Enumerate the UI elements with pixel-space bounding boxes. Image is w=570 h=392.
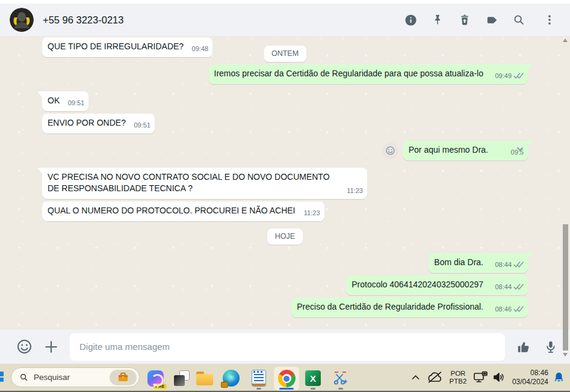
message-text: OK xyxy=(48,96,60,105)
message-out[interactable]: Protocolo 4064142024032500029708:44 xyxy=(346,275,528,295)
message-row: VC PRECISA NO NOVO CONTRATO SOCIAL E DO … xyxy=(0,168,570,199)
message-out[interactable]: Bom dia Dra.08:44 xyxy=(429,253,528,273)
chrome-icon xyxy=(278,370,296,387)
message-time: 09:51 xyxy=(68,97,85,109)
taskbar-excel[interactable]: X xyxy=(301,366,325,390)
menu-kebab-icon[interactable] xyxy=(542,13,557,27)
running-indicator xyxy=(311,388,315,390)
message-text: Por aqui mesmo Dra. xyxy=(409,145,488,155)
message-text: Iremos precisar da Certidão de Regularid… xyxy=(214,69,483,78)
notification-bell-icon[interactable] xyxy=(552,371,565,384)
file-explorer-icon xyxy=(196,372,213,385)
date-divider-row: HOJE xyxy=(0,228,570,245)
message-time: 08:46 xyxy=(495,304,512,315)
hidden-icons-chevron[interactable] xyxy=(410,372,422,384)
message-menu-icon[interactable] xyxy=(515,144,525,154)
delete-icon[interactable] xyxy=(457,13,472,27)
taskbar-notepad[interactable] xyxy=(247,366,271,390)
message-time: 08:44 xyxy=(495,259,512,271)
read-receipt-icon xyxy=(513,284,524,290)
microphone-icon[interactable] xyxy=(542,338,559,355)
avatar[interactable] xyxy=(10,8,34,32)
tray-date: 03/04/2024 xyxy=(512,378,548,387)
system-tray: POR PTB2 08:46 03/04/2024 xyxy=(410,364,570,391)
message-out[interactable]: Preciso da Certidão de Regularidade Prof… xyxy=(291,298,528,317)
scrollbar-down-arrow[interactable] xyxy=(563,353,568,357)
taskbar-chrome-active[interactable] xyxy=(274,367,299,390)
message-meta: 09:51 xyxy=(68,97,85,109)
taskbar-search[interactable]: Pesquisar xyxy=(11,367,140,387)
start-button[interactable] xyxy=(0,372,5,382)
message-row: Iremos precisar da Certidão de Regularid… xyxy=(0,64,570,84)
emoji-icon[interactable] xyxy=(16,338,33,355)
taskbar-file-explorer[interactable] xyxy=(193,366,217,390)
attach-plus-icon[interactable] xyxy=(43,338,60,355)
scrollbar-thumb[interactable] xyxy=(563,224,568,351)
date-divider: HOJE xyxy=(267,228,303,245)
search-icon xyxy=(19,373,28,382)
taskbar-clock[interactable]: 08:46 03/04/2024 xyxy=(512,369,548,387)
message-meta: 08:46 xyxy=(495,304,524,315)
read-receipt-icon xyxy=(513,73,524,79)
briefcase-icon xyxy=(117,372,129,382)
message-time: 11:23 xyxy=(347,185,363,197)
read-receipt-icon xyxy=(513,262,524,268)
message-row: ENVIO POR ONDE?09:51 xyxy=(0,114,570,133)
pin-icon[interactable] xyxy=(430,13,445,27)
language-indicator[interactable]: POR PTB2 xyxy=(446,370,470,385)
screen: +55 96 3223-0213 ONTEM QUE TIPO DE xyxy=(0,0,570,392)
message-row: OK09:51 xyxy=(0,91,570,111)
language-code: POR xyxy=(446,370,470,378)
copilot-pre-badge: PRE xyxy=(153,384,166,389)
message-row: Preciso da Certidão de Regularidade Prof… xyxy=(0,298,570,317)
message-meta: 08:44 xyxy=(495,281,524,293)
taskbar-task-view[interactable] xyxy=(170,366,194,390)
message-row: Protocolo 4064142024032500029708:44 xyxy=(0,275,570,295)
copilot-icon: PRE xyxy=(147,370,164,387)
react-button[interactable] xyxy=(382,142,398,159)
message-text: QUAL O NUMERO DO PROTOCOLO. PROCUREI E N… xyxy=(48,206,296,215)
windows-taskbar: Pesquisar PRE X xyxy=(0,364,570,392)
onedrive-offline-icon[interactable] xyxy=(427,371,443,384)
info-icon[interactable] xyxy=(403,13,418,27)
thumbs-up-icon[interactable] xyxy=(515,338,532,355)
edge-icon xyxy=(223,370,240,387)
message-row: QUAL O NUMERO DO PROTOCOLO. PROCUREI E N… xyxy=(0,201,570,221)
tray-time: 08:46 xyxy=(512,369,548,378)
taskbar-copilot[interactable]: PRE xyxy=(143,366,167,390)
message-time: 11:23 xyxy=(304,207,320,219)
search-icon[interactable] xyxy=(512,13,526,27)
message-meta: 09:49 xyxy=(495,70,524,82)
message-in[interactable]: QUE TIPO DE IRREGULARIDADE?09:48 xyxy=(42,37,212,57)
message-in[interactable]: OK09:51 xyxy=(42,91,88,111)
chat-title[interactable]: +55 96 3223-0213 xyxy=(43,14,403,26)
message-time: 09:48 xyxy=(192,43,209,55)
message-meta: 09:51 xyxy=(134,120,150,131)
message-text: VC PRECISA NO NOVO CONTRATO SOCIAL E DO … xyxy=(48,172,330,193)
read-receipt-icon xyxy=(513,306,524,313)
volume-icon[interactable] xyxy=(492,372,506,383)
notepad-icon xyxy=(252,370,266,387)
message-in[interactable]: QUAL O NUMERO DO PROTOCOLO. PROCUREI E N… xyxy=(42,201,324,221)
message-meta: 11:23 xyxy=(304,207,320,219)
message-in[interactable]: ENVIO POR ONDE?09:51 xyxy=(42,114,155,133)
message-row: Bom dia Dra.08:44 xyxy=(0,253,570,273)
taskbar-snipping-tool[interactable] xyxy=(329,366,353,390)
message-out[interactable]: Iremos precisar da Certidão de Regularid… xyxy=(209,64,528,84)
task-view-icon xyxy=(174,370,190,386)
chat-message-list[interactable]: ONTEM QUE TIPO DE IRREGULARIDADE?09:48Ir… xyxy=(0,36,570,329)
message-meta: 11:23 xyxy=(347,185,363,197)
message-out[interactable]: Por aqui mesmo Dra.09:5 xyxy=(403,141,528,161)
message-in[interactable]: VC PRECISA NO NOVO CONTRATO SOCIAL E DO … xyxy=(42,168,367,199)
snipping-tool-icon xyxy=(333,370,349,386)
floating-date-pill: ONTEM xyxy=(264,46,306,62)
label-icon[interactable] xyxy=(485,13,499,27)
scrollbar-up-arrow[interactable] xyxy=(563,38,568,42)
active-app-indicator xyxy=(279,388,294,390)
message-time: 09:51 xyxy=(134,120,150,131)
network-icon[interactable] xyxy=(473,371,488,384)
chat-header: +55 96 3223-0213 xyxy=(0,4,570,36)
taskbar-edge[interactable] xyxy=(219,366,243,390)
message-input[interactable] xyxy=(70,333,505,361)
message-text: Protocolo 40641420240325000297 xyxy=(352,280,483,289)
